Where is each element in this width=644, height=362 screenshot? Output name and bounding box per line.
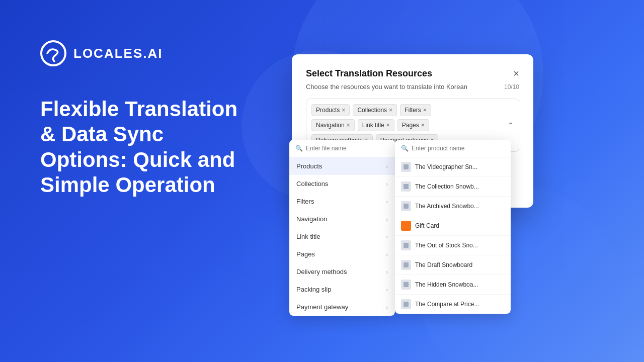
dropdown-item-collections[interactable]: Collections › [289,175,395,193]
product-label-4: Gift Card [415,222,505,229]
chevron-right-icon: › [386,269,388,275]
modal-subtitle: Choose the resources you want to transla… [306,83,519,90]
product-label-7: The Hidden Snowboa... [415,281,505,288]
product-label-2: The Collection Snowb... [415,183,505,190]
logo: LOCALES.AI [40,40,252,66]
product-label-1: The Videographer Sn... [415,163,505,170]
file-search-input[interactable] [306,145,389,152]
chevron-right-icon: › [386,234,388,240]
logo-icon [40,40,66,66]
product-icon-6 [401,260,411,270]
svg-rect-7 [404,282,409,287]
tag-collections[interactable]: Collections × [353,104,397,116]
product-icon-4 [401,221,411,231]
modal-subtitle-text: Choose the resources you want to transla… [306,83,467,90]
svg-rect-3 [404,204,409,209]
tag-pages[interactable]: Pages × [397,119,429,131]
dropdown-item-link-title[interactable]: Link title › [289,228,395,245]
product-icon-1 [401,162,411,172]
product-search-input[interactable] [412,145,505,152]
file-search-wrap: 🔍 [289,140,395,157]
chevron-right-icon: › [386,287,388,293]
dropdown-item-delivery[interactable]: Delivery methods › [289,263,395,281]
modal-title: Select Translation Resources [306,68,432,79]
tag-link-title[interactable]: Link title × [358,119,394,131]
svg-rect-5 [404,243,409,248]
file-search-icon: 🔍 [295,145,303,152]
product-label-6: The Draft Snowboard [415,261,505,268]
product-search-wrap: 🔍 [395,140,511,157]
tag-navigation-remove[interactable]: × [347,122,350,128]
svg-rect-1 [404,164,409,169]
close-button[interactable]: × [513,68,519,78]
product-list: The Videographer Sn... The Collection Sn… [395,157,511,314]
product-icon-5 [401,240,411,250]
chevron-right-icon: › [386,216,388,222]
product-label-5: The Out of Stock Sno... [415,242,505,249]
chevron-right-icon: › [386,163,388,169]
svg-rect-4 [404,223,409,228]
product-item-5[interactable]: The Out of Stock Sno... [395,236,511,255]
tag-filters-remove[interactable]: × [423,107,427,113]
svg-rect-2 [404,184,409,189]
tag-link-title-remove[interactable]: × [386,122,390,128]
tag-navigation[interactable]: Navigation × [311,119,355,131]
headline: Flexible Translation & Data Sync Options… [40,97,252,198]
dropdown-item-products[interactable]: Products › [289,157,395,175]
dropdown-item-packing[interactable]: Packing slip › [289,281,395,298]
chevron-right-icon: › [386,199,388,205]
product-label-3: The Archived Snowbo... [415,203,505,210]
product-label-8: The Compare at Price... [415,301,505,308]
product-item-6[interactable]: The Draft Snowboard [395,255,511,275]
product-item-1[interactable]: The Videographer Sn... [395,157,511,177]
chevron-right-icon: › [386,304,388,310]
product-item-2[interactable]: The Collection Snowb... [395,177,511,197]
chevron-right-icon: › [386,251,388,257]
tags-row: Products × Collections × Filters × ⌃ [311,104,514,116]
product-icon-3 [401,201,411,211]
left-content: LOCALES.AI Flexible Translation & Data S… [40,40,252,198]
logo-text: LOCALES.AI [73,46,163,61]
product-item-8[interactable]: The Compare at Price... [395,295,511,314]
product-item-3[interactable]: The Archived Snowbo... [395,197,511,216]
product-item-7[interactable]: The Hidden Snowboa... [395,275,511,295]
product-icon-8 [401,299,411,309]
product-icon-7 [401,280,411,290]
tag-products-remove[interactable]: × [342,107,345,113]
product-item-4[interactable]: Gift Card [395,216,511,236]
tag-collections-remove[interactable]: × [389,107,392,113]
product-icon-2 [401,182,411,192]
modal-header: Select Translation Resources × [306,68,519,79]
tags-toggle[interactable]: ⌃ [508,121,514,129]
dropdown-item-pages[interactable]: Pages › [289,245,395,263]
tag-filters[interactable]: Filters × [400,104,431,116]
dropdown-item-payment[interactable]: Payment gateway › [289,298,395,316]
dropdown-panel: 🔍 Products › Collections › Filters › Nav… [289,140,395,316]
svg-point-0 [41,41,65,65]
svg-rect-8 [404,302,409,307]
resource-list: Products › Collections › Filters › Navig… [289,157,395,316]
tags-row-2: Navigation × Link title × Pages × [311,119,514,131]
product-search-icon: 🔍 [401,145,409,152]
tag-products[interactable]: Products × [311,104,350,116]
svg-rect-6 [404,262,409,267]
products-panel: 🔍 The Videographer Sn... The Collection … [395,140,511,314]
dropdown-item-navigation[interactable]: Navigation › [289,210,395,228]
dropdown-item-filters[interactable]: Filters › [289,193,395,210]
tag-pages-remove[interactable]: × [421,122,425,128]
modal-count: 10/10 [504,83,519,90]
chevron-right-icon: › [386,181,388,187]
